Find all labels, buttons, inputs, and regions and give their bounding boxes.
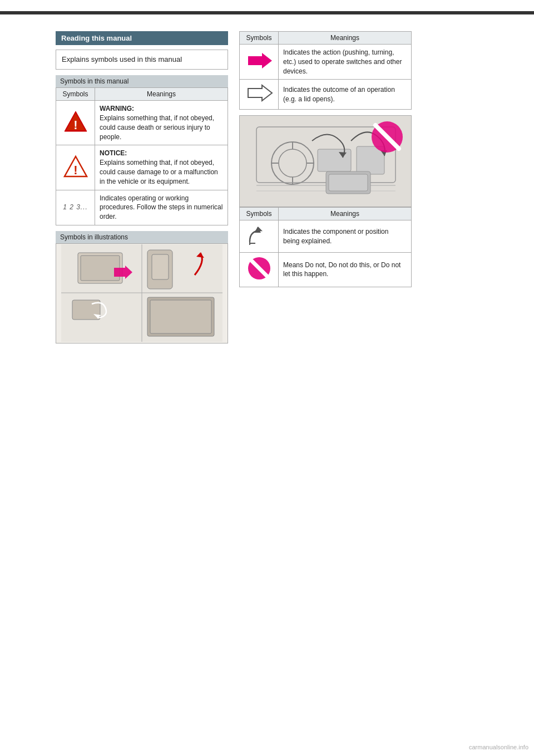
subsection1-header-text: Symbols in this manual [60, 77, 128, 85]
subsection1-header: Symbols in this manual [56, 75, 228, 87]
intro-text: Explains symbols used in this manual [62, 55, 182, 63]
section-header: Reading this manual [56, 31, 228, 45]
left-column: Reading this manual Explains symbols use… [56, 31, 228, 343]
intro-box: Explains symbols used in this manual [56, 50, 228, 70]
top-bar [0, 11, 534, 14]
notice-triangle-icon: ! [63, 154, 88, 179]
dashboard-illustration [239, 115, 412, 207]
svg-rect-12 [152, 254, 169, 279]
symbol-cell-component-arrow [240, 220, 279, 253]
table1-col1-header: Symbols [56, 88, 95, 101]
subsection2-header-text: Symbols in illustrations [60, 233, 128, 241]
table-bottom-right-col2: Meanings [279, 208, 412, 220]
meaning-cell-arrow-outline: Indicates the outcome of an operation (e… [279, 80, 412, 110]
meaning-cell-notice: NOTICE:Explains something that, if not o… [95, 145, 228, 190]
meaning-cell-arrow-filled: Indicates the action (pushing, turning, … [279, 45, 412, 80]
section-header-text: Reading this manual [61, 34, 132, 42]
svg-marker-18 [248, 53, 272, 68]
meaning-cell-no-symbol: Means Do not, Do not do this, or Do not … [279, 252, 412, 287]
symbols-table-top-right: Symbols Meanings Indicates the action [239, 31, 412, 110]
svg-rect-9 [81, 256, 120, 281]
symbols-table-1: Symbols Meanings ! [56, 87, 228, 225]
table-row: Indicates the component or position bein… [240, 220, 412, 253]
symbol-cell-numseq: 1 2 3... [56, 190, 95, 225]
table-row: Indicates the outcome of an operation (e… [240, 80, 412, 110]
symbol-cell-arrow-outline [240, 80, 279, 110]
symbol-cell-warning: ! [56, 101, 95, 145]
table-row: Means Do not, Do not do this, or Do not … [240, 252, 412, 287]
number-sequence: 1 2 3... [63, 203, 88, 211]
content-area: Reading this manual Explains symbols use… [0, 31, 534, 343]
symbol-cell-no-symbol [240, 252, 279, 287]
no-symbol-icon [247, 256, 271, 281]
symbols-table-bottom-right: Symbols Meanings [239, 207, 412, 287]
svg-marker-19 [248, 85, 272, 101]
svg-text:!: ! [73, 118, 77, 132]
symbol-cell-arrow-filled [240, 45, 279, 80]
table-top-right-col2: Meanings [279, 32, 412, 45]
warning-triangle-icon: ! [63, 109, 88, 134]
svg-text:!: ! [73, 163, 77, 177]
watermark: carmanualsonline.info [469, 744, 528, 750]
meaning-cell-warning: WARNING:Explains something that, if not … [95, 101, 228, 145]
table-row: ! NOTICE:Explains something that, if not… [56, 145, 228, 190]
meaning-cell-component-arrow: Indicates the component or position bein… [279, 220, 412, 253]
component-arrow-icon [245, 224, 273, 246]
page-container: Reading this manual Explains symbols use… [0, 0, 534, 756]
svg-rect-37 [329, 174, 368, 191]
meaning-cell-numseq: Indicates operating or working procedure… [95, 190, 228, 225]
table-bottom-right-col1: Symbols [240, 208, 279, 220]
filled-arrow-icon [245, 51, 273, 71]
dashboard-svg [240, 116, 412, 207]
table1-col2-header: Meanings [95, 88, 228, 101]
table-top-right-col1: Symbols [240, 32, 279, 45]
right-column: Symbols Meanings Indicates the action [239, 31, 412, 293]
table-row: ! WARNING:Explains something that, if no… [56, 101, 228, 145]
symbol-cell-notice: ! [56, 145, 95, 190]
outline-arrow-icon [245, 83, 273, 103]
subsection2-header: Symbols in illustrations [56, 231, 228, 243]
table-row: 1 2 3... Indicates operating or working … [56, 190, 228, 225]
table-row: Indicates the action (pushing, turning, … [240, 45, 412, 80]
seat-illustration-svg [61, 244, 222, 342]
svg-rect-17 [150, 300, 211, 333]
seat-illustration [56, 243, 228, 343]
